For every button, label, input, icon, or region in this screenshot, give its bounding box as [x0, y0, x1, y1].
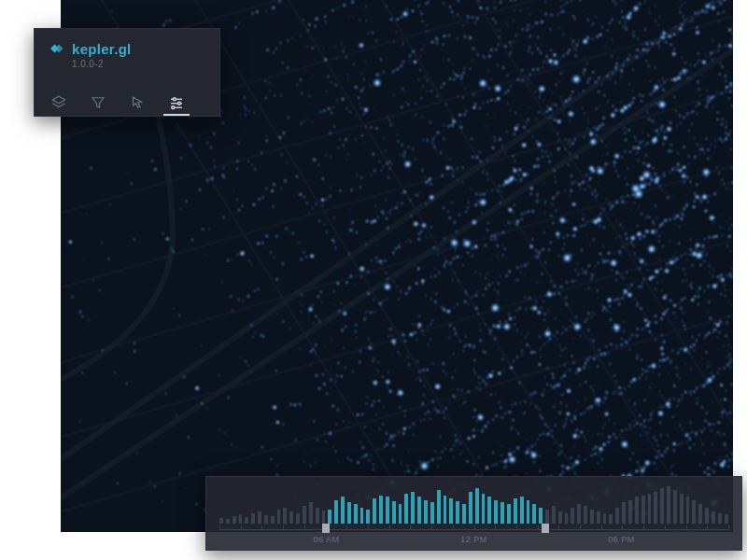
- tab-filters[interactable]: [89, 90, 107, 116]
- svg-point-2625: [359, 102, 361, 105]
- svg-point-526: [504, 224, 506, 226]
- svg-point-2403: [663, 131, 667, 134]
- histogram-bar: [558, 511, 562, 524]
- svg-point-246: [496, 96, 500, 101]
- svg-point-1811: [586, 329, 590, 332]
- svg-point-1987: [696, 398, 698, 400]
- histogram-bar: [609, 514, 613, 524]
- svg-point-2044: [632, 245, 635, 247]
- svg-point-783: [444, 407, 447, 410]
- svg-point-1855: [447, 58, 450, 61]
- svg-point-2866: [519, 179, 523, 183]
- tab-layers[interactable]: [49, 90, 68, 116]
- svg-point-2484: [551, 117, 553, 119]
- svg-point-82: [417, 5, 420, 7]
- svg-point-2420: [580, 248, 584, 252]
- svg-point-3087: [391, 459, 394, 462]
- svg-point-1001: [616, 391, 618, 393]
- svg-point-31: [238, 21, 241, 24]
- svg-point-1888: [601, 304, 603, 306]
- svg-point-1786: [440, 99, 442, 101]
- svg-point-2665: [586, 234, 588, 236]
- svg-point-3003: [693, 443, 696, 446]
- svg-point-638: [584, 224, 586, 227]
- svg-point-1882: [581, 268, 584, 271]
- svg-point-1835: [672, 465, 674, 467]
- svg-point-2555: [633, 135, 636, 138]
- svg-point-1273: [231, 444, 233, 446]
- svg-point-1431: [436, 465, 439, 468]
- svg-point-3059: [678, 114, 681, 117]
- svg-point-2321: [710, 2, 712, 4]
- svg-point-1897: [637, 353, 639, 355]
- svg-point-2895: [568, 49, 571, 51]
- svg-point-1713: [374, 39, 378, 43]
- svg-point-1559: [478, 376, 481, 379]
- svg-point-1542: [374, 204, 376, 206]
- svg-point-1877: [550, 215, 553, 217]
- svg-point-320: [441, 174, 444, 177]
- tab-settings[interactable]: [167, 90, 186, 116]
- svg-point-1737: [520, 271, 522, 273]
- svg-point-1421: [377, 361, 380, 364]
- svg-point-271: [591, 37, 594, 40]
- svg-point-2792: [472, 368, 475, 371]
- svg-point-800: [539, 349, 541, 351]
- svg-point-847: [704, 238, 707, 241]
- svg-point-2887: [723, 433, 726, 436]
- svg-point-177: [487, 54, 491, 58]
- svg-point-2243: [646, 52, 648, 54]
- svg-point-2248: [663, 81, 667, 85]
- svg-point-296: [257, 288, 260, 291]
- range-handle-start[interactable]: [322, 524, 330, 533]
- svg-point-819: [606, 297, 613, 303]
- svg-point-3166: [384, 137, 386, 139]
- svg-point-2814: [650, 417, 654, 421]
- svg-point-842: [688, 254, 691, 257]
- svg-point-834: [659, 267, 662, 270]
- svg-point-3229: [609, 259, 618, 268]
- tab-interaction[interactable]: [128, 90, 147, 116]
- svg-point-2595: [417, 315, 421, 318]
- svg-point-2483: [648, 441, 650, 442]
- svg-point-1298: [244, 359, 247, 363]
- svg-point-2168: [698, 245, 699, 246]
- histogram-bar: [539, 508, 543, 524]
- svg-point-3273: [172, 106, 175, 109]
- svg-point-244: [490, 98, 494, 102]
- svg-point-2430: [508, 53, 511, 56]
- svg-point-2366: [472, 47, 476, 50]
- svg-point-3247: [373, 78, 382, 88]
- svg-point-2348: [528, 443, 529, 445]
- svg-point-2116: [685, 280, 688, 283]
- svg-point-1671: [502, 309, 504, 311]
- svg-point-65: [264, 96, 267, 99]
- svg-point-2193: [628, 83, 630, 85]
- range-handle-end[interactable]: [542, 524, 549, 533]
- svg-point-1913: [688, 446, 692, 450]
- svg-point-213: [321, 204, 323, 206]
- svg-point-2141: [592, 70, 596, 74]
- svg-point-730: [617, 250, 621, 254]
- svg-point-2642: [649, 182, 651, 184]
- svg-point-648: [621, 200, 626, 204]
- svg-point-2584: [496, 29, 499, 32]
- svg-point-1736: [501, 254, 504, 257]
- svg-point-2571: [440, 86, 443, 89]
- svg-point-292: [232, 310, 234, 313]
- svg-point-1980: [660, 352, 664, 356]
- svg-point-552: [608, 162, 610, 164]
- svg-point-2577: [345, 159, 347, 161]
- svg-point-688: [388, 389, 393, 394]
- svg-point-152: [330, 156, 332, 159]
- svg-point-1593: [388, 167, 392, 171]
- svg-point-324: [461, 166, 464, 169]
- svg-point-696: [453, 353, 455, 355]
- svg-point-2758: [595, 16, 598, 19]
- svg-point-2239: [632, 35, 635, 37]
- svg-point-395: [300, 311, 302, 313]
- svg-point-2124: [718, 331, 721, 334]
- svg-point-1245: [178, 472, 181, 475]
- svg-point-1829: [652, 436, 655, 440]
- svg-point-2593: [314, 352, 317, 355]
